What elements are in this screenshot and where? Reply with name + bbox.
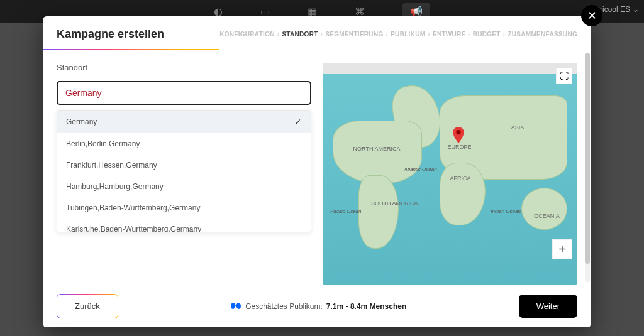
location-panel: Standort Germany✓Berlin,Berlin,GermanyFr… xyxy=(57,63,311,285)
chevron-right-icon: › xyxy=(277,31,280,38)
modal-footer: Zurück Geschätztes Publikum: 7.1m - 8.4m… xyxy=(43,285,591,327)
location-label: Standort xyxy=(57,63,311,72)
modal-body: Standort Germany✓Berlin,Berlin,GermanyFr… xyxy=(43,50,591,285)
location-suggestion[interactable]: Germany✓ xyxy=(57,111,311,133)
wizard-step[interactable]: KONFIGURATION xyxy=(219,31,275,38)
map-pin-icon xyxy=(453,127,464,143)
posts-icon[interactable]: ▭ xyxy=(260,6,270,18)
modal-title: Kampagne erstellen xyxy=(57,28,164,41)
analytics-icon[interactable]: ◐ xyxy=(214,6,223,18)
next-label: Weiter xyxy=(536,301,560,311)
ocean-label: Indian Ocean xyxy=(491,209,521,214)
chevron-right-icon: › xyxy=(386,31,389,38)
close-button[interactable]: ✕ xyxy=(581,5,602,26)
wizard-step[interactable]: PUBLIKUM xyxy=(391,31,425,38)
modal-header: Kampagne erstellen KONFIGURATION › STAND… xyxy=(43,16,591,50)
suggestion-label: Tubingen,Baden-Wurttemberg,Germany xyxy=(66,203,200,212)
wizard-steps: KONFIGURATION › STANDORT › SEGMENTIERUNG… xyxy=(219,31,577,38)
link-icon[interactable]: ⌘ xyxy=(355,6,365,18)
continent-label: NORTH AMERICA xyxy=(353,146,401,152)
chevron-right-icon: › xyxy=(503,31,506,38)
scrollbar-thumb[interactable] xyxy=(585,53,590,264)
continent-label: AFRICA xyxy=(450,175,471,182)
zoom-in-button[interactable]: + xyxy=(552,239,572,259)
campaign-modal: Kampagne erstellen KONFIGURATION › STAND… xyxy=(43,16,591,327)
location-input[interactable] xyxy=(57,81,311,105)
estimate-range: 7.1m - 8.4m Menschen xyxy=(326,302,406,311)
suggestion-label: Frankfurt,Hessen,Germany xyxy=(66,161,157,170)
back-button[interactable]: Zurück xyxy=(57,294,118,318)
close-icon: ✕ xyxy=(587,9,597,23)
location-suggestion[interactable]: Tubingen,Baden-Wurttemberg,Germany xyxy=(57,197,311,219)
wizard-step[interactable]: ENTWURF xyxy=(433,31,465,38)
ocean-label: Pacific Ocean xyxy=(330,209,361,214)
suggestion-label: Berlin,Berlin,Germany xyxy=(66,139,140,148)
continent-label: EUROPE xyxy=(447,144,471,150)
audience-estimate: Geschätztes Publikum: 7.1m - 8.4m Mensch… xyxy=(230,301,406,312)
ocean-label: Atlantic Ocean xyxy=(404,166,437,172)
chevron-down-icon: ⌄ xyxy=(633,5,639,14)
calendar-icon[interactable]: ▦ xyxy=(308,6,317,18)
continent-label: SOUTH AMERICA xyxy=(371,200,418,207)
wizard-step[interactable]: ZUSAMMENFASSUNG xyxy=(508,31,577,38)
chevron-right-icon: › xyxy=(428,31,430,38)
chevron-right-icon: › xyxy=(321,31,323,38)
location-suggestion[interactable]: Karlsruhe,Baden-Wurttemberg,Germany xyxy=(57,219,311,232)
wizard-step[interactable]: STANDORT xyxy=(282,31,318,38)
world-map[interactable]: NORTH AMERICA SOUTH AMERICA EUROPE AFRIC… xyxy=(323,63,577,285)
continent-label: OCEANIA xyxy=(534,213,560,219)
plus-icon: + xyxy=(558,242,566,257)
wizard-step[interactable]: BUDGET xyxy=(473,31,501,38)
suggestion-label: Germany xyxy=(66,117,97,126)
suggestion-label: Karlsruhe,Baden-Wurttemberg,Germany xyxy=(66,225,201,232)
meta-icon xyxy=(230,301,242,312)
chevron-right-icon: › xyxy=(468,31,470,38)
next-button[interactable]: Weiter xyxy=(519,295,577,318)
location-suggestion[interactable]: Berlin,Berlin,Germany xyxy=(57,133,311,154)
svg-point-0 xyxy=(456,130,460,134)
fullscreen-button[interactable]: ⛶ xyxy=(556,68,572,84)
fullscreen-icon: ⛶ xyxy=(560,71,569,81)
suggestion-label: Hamburg,Hamburg,Germany xyxy=(66,182,164,191)
estimate-label: Geschätztes Publikum: xyxy=(245,302,323,311)
wizard-step[interactable]: SEGMENTIERUNG xyxy=(325,31,383,38)
scrollbar[interactable] xyxy=(585,53,590,282)
back-label: Zurück xyxy=(75,301,100,311)
check-icon: ✓ xyxy=(294,117,302,127)
location-suggestion[interactable]: Hamburg,Hamburg,Germany xyxy=(57,176,311,197)
map-panel: NORTH AMERICA SOUTH AMERICA EUROPE AFRIC… xyxy=(323,63,577,285)
location-dropdown[interactable]: Germany✓Berlin,Berlin,GermanyFrankfurt,H… xyxy=(57,110,311,232)
location-suggestion[interactable]: Frankfurt,Hessen,Germany xyxy=(57,154,311,176)
continent-label: ASIA xyxy=(511,124,525,131)
